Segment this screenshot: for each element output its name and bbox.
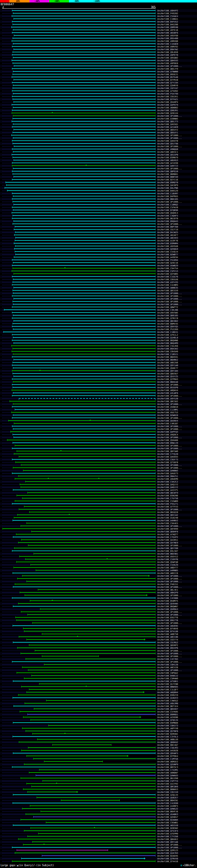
- hit-label[interactable]: UniRef100_Q17CN8: [157, 683, 178, 685]
- hsp-bar[interactable]: [27, 783, 156, 784]
- hsp-bar[interactable]: [13, 85, 156, 86]
- hsp-bar[interactable]: [12, 282, 156, 282]
- hsp-bar[interactable]: [14, 517, 156, 518]
- hsp-bar[interactable]: [17, 495, 156, 496]
- hit-label[interactable]: UniRef100_C4QHF5: [157, 215, 178, 217]
- hit-label[interactable]: UniRef100_Q16UV3: [157, 697, 178, 699]
- hit-label[interactable]: UniRef100_C1LQF7: [157, 688, 178, 691]
- hit-label[interactable]: UniRef100_Q6EJT3: [157, 120, 178, 123]
- hit-label[interactable]: UniRef100_C5K4E5: [157, 522, 178, 525]
- hit-label[interactable]: UniRef100_B0WXD5: [157, 686, 178, 688]
- hsp-bar[interactable]: [13, 204, 156, 205]
- hsp-bar[interactable]: [20, 592, 156, 593]
- hit-label[interactable]: UniRef100_UP1000...: [157, 581, 182, 583]
- hit-label[interactable]: UniRef100_UP1000...: [157, 464, 182, 466]
- hsp-bar[interactable]: [12, 259, 156, 260]
- hsp-bar[interactable]: [12, 296, 156, 296]
- hsp-bar[interactable]: [12, 340, 156, 341]
- hsp-bar[interactable]: [13, 337, 156, 338]
- hsp-bar[interactable]: [20, 484, 156, 485]
- hsp-bar[interactable]: [13, 825, 156, 826]
- hsp-bar[interactable]: [42, 780, 156, 781]
- hit-label[interactable]: UniRef100_B50M75: [157, 600, 178, 602]
- hsp-bar[interactable]: [12, 442, 156, 443]
- hit-label[interactable]: UniRef100_Q201X4: [157, 112, 178, 115]
- hit-label[interactable]: UniRef100_C55DJ4: [157, 251, 178, 253]
- hsp-bar[interactable]: [23, 844, 156, 845]
- hsp-bar[interactable]: [15, 240, 156, 241]
- hsp-bar[interactable]: [12, 417, 156, 418]
- hsp-bar[interactable]: [25, 595, 147, 595]
- hsp-bar[interactable]: [16, 620, 156, 620]
- hit-label[interactable]: UniRef100_A5WB29: [157, 265, 178, 267]
- hsp-bar[interactable]: [12, 348, 156, 349]
- hsp-bar[interactable]: [21, 686, 156, 687]
- hit-label[interactable]: UniRef100_A8CHX3: [157, 237, 178, 239]
- hit-label[interactable]: UniRef100_C1BRQ2: [157, 204, 178, 206]
- hsp-bar[interactable]: [12, 157, 156, 158]
- hit-label[interactable]: UniRef100_A6N0B2: [157, 106, 178, 109]
- hit-label[interactable]: UniRef100_UP1000...: [157, 301, 182, 303]
- hsp-bar[interactable]: [12, 154, 156, 155]
- hit-label[interactable]: UniRef100_UP1000...: [157, 167, 182, 170]
- hit-label[interactable]: UniRef100_C94754: [157, 267, 178, 270]
- hsp-bar[interactable]: [8, 420, 156, 421]
- hit-label[interactable]: UniRef100_UP1000...: [157, 384, 182, 386]
- hit-label[interactable]: UniRef100_UP1000...: [157, 846, 182, 849]
- hsp-bar[interactable]: [37, 797, 156, 798]
- hsp-bar[interactable]: [15, 852, 156, 853]
- hit-label[interactable]: UniRef100_Q5B2E7: [157, 797, 178, 799]
- hit-label[interactable]: UniRef100_B4G286: [157, 23, 178, 26]
- hit-label[interactable]: UniRef100_A7S8K1: [157, 680, 178, 683]
- hit-label[interactable]: UniRef100_A5ABK3: [157, 813, 178, 816]
- hit-label[interactable]: UniRef100_A3LWF6: [157, 392, 178, 395]
- hsp-bar[interactable]: [23, 717, 141, 717]
- hit-label[interactable]: UniRef100_Q9VWF5: [157, 752, 178, 755]
- hsp-bar[interactable]: [29, 772, 156, 773]
- hsp-bar[interactable]: [12, 503, 156, 504]
- hit-label[interactable]: UniRef100_UP1000...: [157, 669, 182, 672]
- hsp-bar[interactable]: [12, 307, 156, 307]
- hit-label[interactable]: UniRef100_C7GVP2: [157, 536, 178, 538]
- hit-label[interactable]: UniRef100_B3RZI9: [157, 694, 178, 696]
- hit-label[interactable]: UniRef100_B6T1E4: [157, 705, 178, 708]
- hsp-bar[interactable]: [12, 284, 156, 285]
- hit-label[interactable]: UniRef100_B9X3H2: [157, 348, 178, 350]
- hsp-bar[interactable]: [12, 215, 156, 216]
- hsp-bar[interactable]: [14, 35, 156, 36]
- hsp-bar[interactable]: [12, 395, 156, 396]
- hit-label[interactable]: UniRef100_B4LPN6: [157, 187, 178, 189]
- hit-label[interactable]: UniRef100_C4WSG2: [157, 700, 178, 702]
- hit-label[interactable]: UniRef100_Q9Y1A0: [157, 364, 178, 367]
- hsp-bar[interactable]: [30, 600, 156, 601]
- hsp-bar[interactable]: [12, 326, 156, 327]
- hsp-bar[interactable]: [33, 816, 156, 817]
- hit-label[interactable]: UniRef100_Q4KTI3: [157, 165, 178, 167]
- hit-label[interactable]: UniRef100_UP1000...: [157, 844, 182, 846]
- hit-label[interactable]: UniRef100_A21AE0: [157, 126, 178, 128]
- hit-label[interactable]: UniRef100_B6KEA8: [157, 381, 178, 383]
- hsp-bar[interactable]: [12, 179, 156, 180]
- hit-label[interactable]: UniRef100_UP1000...: [157, 298, 182, 300]
- hsp-bar[interactable]: [12, 174, 156, 174]
- hsp-bar[interactable]: [7, 190, 156, 191]
- hsp-bar[interactable]: [16, 534, 156, 534]
- hit-label[interactable]: UniRef100_C5P213: [157, 270, 178, 273]
- hit-label[interactable]: UniRef100_B2ADW4: [157, 819, 178, 821]
- hit-label[interactable]: UniRef100_Q7Y194: [157, 82, 178, 84]
- hit-label[interactable]: UniRef100_UP1000...: [157, 622, 182, 624]
- hsp-bar[interactable]: [12, 60, 156, 61]
- hsp-bar[interactable]: [12, 861, 156, 862]
- hit-label[interactable]: UniRef100_Q9SQW2: [157, 57, 178, 59]
- hit-label[interactable]: UniRef100_B6SQI0: [157, 511, 178, 514]
- hsp-bar[interactable]: [13, 376, 156, 377]
- hsp-bar[interactable]: [12, 118, 156, 119]
- hsp-bar[interactable]: [12, 406, 156, 407]
- hsp-bar[interactable]: [13, 681, 156, 681]
- hit-label[interactable]: UniRef100_Q661B5: [157, 314, 178, 317]
- hsp-bar[interactable]: [7, 440, 156, 440]
- hsp-bar[interactable]: [12, 52, 156, 52]
- hit-label[interactable]: UniRef100_Q6L4E1: [157, 589, 178, 591]
- hit-label[interactable]: UniRef100_B2AEH5: [157, 855, 178, 857]
- hit-label[interactable]: UniRef100_UP1000...: [157, 447, 182, 450]
